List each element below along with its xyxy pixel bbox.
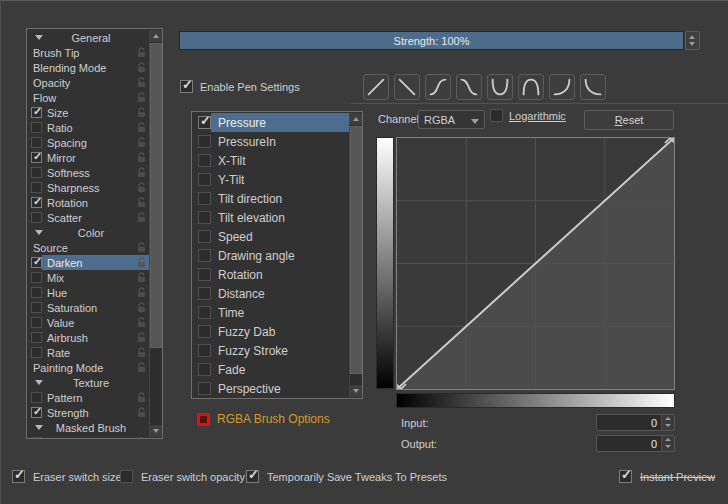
reset-button[interactable]: Reset [584, 110, 674, 130]
options-scrollbar-thumb[interactable] [150, 43, 162, 348]
scroll-down-icon[interactable] [350, 385, 362, 397]
sidebar-item-strength[interactable]: ✓Strength [28, 405, 149, 420]
curve-s-up-button[interactable] [425, 74, 451, 100]
option-checkbox[interactable] [31, 122, 42, 133]
sensor-item-fade[interactable]: Fade [193, 360, 349, 379]
curve-arch-button[interactable] [518, 74, 544, 100]
sidebar-item-general[interactable]: General [28, 30, 149, 45]
sensor-checkbox[interactable] [198, 211, 211, 224]
sensor-checkbox[interactable] [198, 173, 211, 186]
sidebar-item-softness[interactable]: Softness [28, 165, 149, 180]
sidebar-item-blending-mode[interactable]: Blending Mode [28, 60, 149, 75]
sidebar-item-hue[interactable]: Hue [28, 285, 149, 300]
save-tweaks-checkbox[interactable]: ✓ [246, 470, 259, 483]
channel-dropdown[interactable]: RGBA [418, 110, 485, 129]
sidebar-item-size[interactable]: ✓Size [28, 105, 149, 120]
option-checkbox[interactable] [31, 302, 42, 313]
option-checkbox[interactable]: ✓ [31, 407, 42, 418]
sensor-item-fuzzy-dab[interactable]: Fuzzy Dab [193, 322, 349, 341]
sidebar-item-sharpness[interactable]: Sharpness [28, 180, 149, 195]
sidebar-item-rate[interactable]: Rate [28, 345, 149, 360]
sensor-checkbox[interactable] [198, 287, 211, 300]
sidebar-item-color[interactable]: Color [28, 225, 149, 240]
sensor-checkbox[interactable] [198, 230, 211, 243]
curve-linear-up-button[interactable] [363, 74, 389, 100]
option-checkbox[interactable] [31, 347, 42, 358]
sensor-checkbox[interactable] [198, 154, 211, 167]
eraser-switch-size-checkbox[interactable]: ✓ [12, 470, 25, 483]
sidebar-item-source[interactable]: Source [28, 240, 149, 255]
option-checkbox[interactable] [31, 167, 42, 178]
sensor-item-x-tilt[interactable]: X-Tilt [193, 151, 349, 170]
collapse-triangle-icon[interactable] [35, 230, 43, 235]
option-checkbox[interactable]: ✓ [31, 107, 42, 118]
sensor-item-distance[interactable]: Distance [193, 284, 349, 303]
curve-concave-up-button[interactable] [549, 74, 575, 100]
option-checkbox[interactable]: ✓ [31, 152, 42, 163]
sensor-checkbox[interactable] [198, 135, 211, 148]
collapse-triangle-icon[interactable] [35, 35, 43, 40]
option-checkbox[interactable] [31, 272, 42, 283]
option-checkbox[interactable] [31, 332, 42, 343]
spin-up-icon[interactable] [665, 438, 671, 441]
sidebar-item-masked-brush[interactable]: Masked Brush [28, 420, 149, 435]
enable-pen-settings-checkbox[interactable]: ✓ [180, 80, 193, 93]
spin-up-icon[interactable] [689, 35, 695, 39]
sensor-checkbox[interactable] [198, 249, 211, 262]
scroll-down-icon[interactable] [150, 425, 162, 437]
sidebar-item-airbrush[interactable]: Airbrush [28, 330, 149, 345]
scroll-up-icon[interactable] [150, 30, 162, 42]
sidebar-item-ratio[interactable]: Ratio [28, 120, 149, 135]
output-spinbox[interactable]: 0 [596, 435, 675, 452]
instant-preview-checkbox[interactable]: ✓ [619, 470, 632, 483]
sidebar-item-saturation[interactable]: Saturation [28, 300, 149, 315]
sensor-item-pressurein[interactable]: PressureIn [193, 132, 349, 151]
sidebar-item-rotation[interactable]: ✓Rotation [28, 195, 149, 210]
sidebar-item-painting-mode[interactable]: Painting Mode [28, 360, 149, 375]
collapse-triangle-icon[interactable] [35, 425, 43, 430]
sidebar-item-brush-tip[interactable]: Brush Tip [28, 45, 149, 60]
sidebar-item-pattern[interactable]: Pattern [28, 390, 149, 405]
sidebar-item-mix[interactable]: Mix [28, 270, 149, 285]
options-scrollbar[interactable] [149, 30, 161, 437]
option-checkbox[interactable] [31, 212, 42, 223]
strength-spinner[interactable] [685, 31, 700, 50]
sensor-item-perspective[interactable]: Perspective [193, 379, 349, 398]
option-checkbox[interactable] [31, 317, 42, 328]
curve-u-shape-button[interactable] [487, 74, 513, 100]
curve-s-down-button[interactable] [456, 74, 482, 100]
sensors-scrollbar-thumb[interactable] [350, 126, 362, 374]
sidebar-item-flow[interactable]: Flow [28, 90, 149, 105]
spin-up-icon[interactable] [665, 417, 671, 420]
sidebar-item-opacity[interactable]: Opacity [28, 75, 149, 90]
sensor-checkbox[interactable] [198, 344, 211, 357]
strength-slider[interactable]: Strength: 100% [179, 31, 684, 50]
curve-editor[interactable] [396, 137, 675, 390]
sensor-item-tilt-elevation[interactable]: Tilt elevation [193, 208, 349, 227]
sensor-checkbox[interactable] [198, 192, 211, 205]
spin-down-icon[interactable] [689, 42, 695, 46]
collapse-triangle-icon[interactable] [35, 380, 43, 385]
sensor-checkbox[interactable] [198, 306, 211, 319]
sensors-scrollbar[interactable] [349, 113, 361, 397]
sensor-item-time[interactable]: Time [193, 303, 349, 322]
sensor-item-y-tilt[interactable]: Y-Tilt [193, 170, 349, 189]
sensor-item-tilt-direction[interactable]: Tilt direction [193, 189, 349, 208]
option-checkbox[interactable] [31, 437, 42, 439]
option-checkbox[interactable] [31, 182, 42, 193]
option-checkbox[interactable] [31, 392, 42, 403]
logarithmic-checkbox[interactable] [490, 109, 503, 122]
curve-linear-down-button[interactable] [394, 74, 420, 100]
sensor-checkbox[interactable] [198, 363, 211, 376]
sensor-item-fuzzy-stroke[interactable]: Fuzzy Stroke [193, 341, 349, 360]
option-checkbox[interactable]: ✓ [31, 257, 42, 268]
sidebar-item-darken[interactable]: ✓Darken [28, 255, 149, 270]
sensor-item-drawing-angle[interactable]: Drawing angle [193, 246, 349, 265]
sensor-checkbox[interactable] [198, 382, 211, 395]
sensor-checkbox[interactable] [198, 325, 211, 338]
scroll-up-icon[interactable] [350, 113, 362, 125]
sensor-item-speed[interactable]: Speed [193, 227, 349, 246]
spin-down-icon[interactable] [665, 445, 671, 448]
option-checkbox[interactable] [31, 137, 42, 148]
spin-down-icon[interactable] [665, 424, 671, 427]
